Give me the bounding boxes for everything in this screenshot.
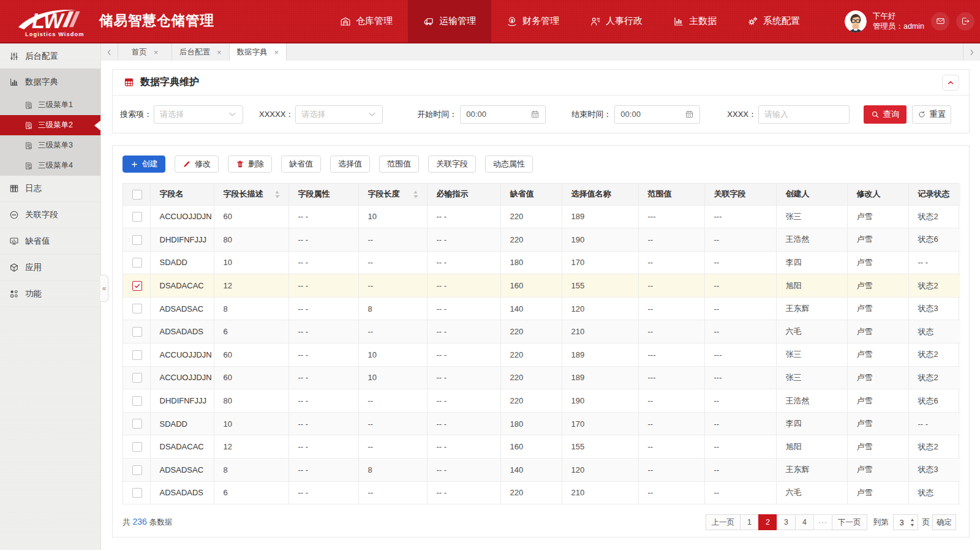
row-checkbox[interactable]	[132, 465, 142, 475]
goto-confirm-button[interactable]: 确定	[932, 514, 956, 530]
table-row[interactable]: DHDIFNFJJJ80-- ----- -220190----王浩然卢雪状态6	[123, 228, 960, 252]
table-row[interactable]: SDADD10-- ----- -180170----李四卢雪-- -	[123, 412, 960, 435]
end-time-input[interactable]: 00:00	[614, 105, 700, 124]
row-checkbox[interactable]	[132, 258, 142, 268]
sidebar-item-shuju-zidian[interactable]: 数据字典	[0, 69, 100, 95]
row-checkbox[interactable]	[132, 350, 142, 360]
sidebar-item-houtai-peizhi[interactable]: 后台配置	[0, 43, 100, 69]
cell-r7-c7: ---	[638, 366, 704, 389]
pager-prev-button[interactable]: 上一页	[706, 514, 741, 530]
panel-collapse-button[interactable]	[942, 75, 959, 91]
tab-2[interactable]: 数据字典 ×	[230, 43, 287, 61]
start-time-input[interactable]: 00:00	[460, 105, 546, 124]
sort-icon[interactable]	[274, 190, 280, 199]
th-col-1[interactable]: 字段长描述	[214, 184, 288, 205]
modify-button[interactable]: 修改	[175, 156, 219, 173]
th-col-9[interactable]: 创建人	[776, 184, 847, 205]
sidebar-subitem-sanji-caidan-2[interactable]: 三级菜单2	[0, 115, 100, 135]
sidebar-subitem-sanji-caidan-4[interactable]: 三级菜单4	[0, 156, 100, 176]
goto-page-input[interactable]: 3	[893, 514, 918, 530]
th-col-7[interactable]: 范围值	[638, 184, 704, 205]
keyword-input[interactable]: 请输入	[758, 105, 850, 124]
table-row[interactable]: ADSADADS6-- ----- -220210----六毛卢雪状态	[123, 320, 960, 343]
th-col-10[interactable]: 修改人	[847, 184, 908, 205]
sidebar-collapse-handle[interactable]: «	[100, 275, 108, 302]
mail-button[interactable]	[931, 12, 949, 31]
tab-1[interactable]: 后台配置 ×	[172, 43, 230, 61]
row-checkbox[interactable]	[132, 488, 142, 498]
calendar-icon	[685, 110, 694, 119]
dynamic-attr-button[interactable]: 动态属性	[485, 156, 533, 173]
sidebar-item-gongneng[interactable]: 功能	[0, 281, 100, 307]
table-row[interactable]: ACCUOJJDJN60-- -10-- -220189------张三卢雪状态…	[123, 205, 960, 228]
pager-next-button[interactable]: 下一页	[832, 514, 867, 530]
row-checkbox[interactable]	[132, 327, 142, 337]
sort-icon[interactable]	[413, 190, 418, 199]
cell-r9-c9: 李四	[776, 412, 847, 435]
select-value-button[interactable]: 选择值	[330, 156, 370, 173]
pager-page-2[interactable]: 2	[758, 514, 777, 530]
row-checkbox[interactable]	[132, 396, 142, 406]
sidebar-item-queshengzhi[interactable]: 缺省值	[0, 228, 100, 255]
table-row[interactable]: DSADACAC12-- ----- -160155----旭阳卢雪状态2	[123, 274, 960, 298]
row-checkbox[interactable]	[132, 419, 142, 429]
pager-page-3[interactable]: 3	[777, 514, 796, 530]
sidebar-subitem-sanji-caidan-1[interactable]: 三级菜单1	[0, 95, 100, 115]
nav-item-1[interactable]: 运输管理	[408, 0, 491, 42]
cell-r12-c9: 六毛	[776, 481, 847, 504]
reset-button[interactable]: 重置	[912, 105, 951, 124]
select-all-checkbox[interactable]	[132, 190, 142, 200]
row-checkbox[interactable]	[132, 442, 142, 452]
table-row[interactable]: ACCUOJJDJN60-- -10-- -220189------张三卢雪状态…	[123, 343, 960, 367]
table-row[interactable]: DSADACAC12-- ----- -160155----旭阳卢雪状态2	[123, 435, 960, 459]
table-row[interactable]: ADSADADS6-- ----- -220210----六毛卢雪状态	[123, 481, 960, 504]
pager-ellipsis[interactable]: ···	[813, 514, 832, 530]
table-row[interactable]: DHDIFNFJJJ80-- ----- -220190----王浩然卢雪状态6	[123, 389, 960, 413]
th-col-2[interactable]: 字段属性	[288, 184, 358, 205]
row-checkbox[interactable]	[132, 235, 142, 245]
tab-scroll-right-button[interactable]	[963, 43, 980, 61]
sidebar-item-yingyong[interactable]: 应用	[0, 255, 100, 281]
pager-page-4[interactable]: 4	[795, 514, 814, 530]
th-col-8[interactable]: 关联字段	[704, 184, 776, 205]
nav-item-5[interactable]: 系统配置	[732, 0, 815, 42]
spinner-arrows-icon[interactable]	[910, 517, 915, 528]
th-col-6[interactable]: 选择值名称	[562, 184, 638, 205]
search-field1-select[interactable]: 请选择	[154, 105, 243, 124]
tab-close-icon[interactable]: ×	[274, 48, 279, 56]
query-button[interactable]: 查询	[864, 105, 907, 124]
range-value-button[interactable]: 范围值	[379, 156, 419, 173]
table-row[interactable]: SDADD10-- ----- -180170----李四卢雪-- -	[123, 251, 960, 274]
tab-0[interactable]: 首页 ×	[118, 43, 172, 61]
sidebar-subitem-sanji-caidan-3[interactable]: 三级菜单3	[0, 135, 100, 156]
th-col-4[interactable]: 必输指示	[427, 184, 500, 205]
create-button[interactable]: 创建	[123, 156, 165, 173]
nav-item-2[interactable]: 财务管理	[491, 0, 575, 42]
table-row[interactable]: ACCUOJJDJN60-- -10-- -220189------张三卢雪状态…	[123, 366, 960, 389]
default-value-button[interactable]: 缺省值	[281, 156, 321, 173]
th-col-0[interactable]: 字段名	[150, 184, 214, 205]
tab-close-icon[interactable]: ×	[154, 48, 159, 56]
th-col-5[interactable]: 缺省值	[500, 184, 562, 205]
sidebar-item-guanlian-ziduan[interactable]: 关联字段	[0, 202, 100, 228]
logout-button[interactable]	[956, 12, 974, 31]
nav-item-3[interactable]: 人事行政	[575, 0, 658, 42]
related-field-button[interactable]: 关联字段	[428, 156, 476, 173]
th-col-3[interactable]: 字段长度	[358, 184, 427, 205]
table-row[interactable]: ADSADSAC8-- -8-- -140120----王东辉卢雪状态3	[123, 459, 960, 482]
sidebar-item-rizhi[interactable]: 日志	[0, 176, 100, 202]
nav-item-4[interactable]: 主数据	[658, 0, 732, 42]
cell-r0-c1: 60	[214, 205, 288, 228]
row-checkbox[interactable]	[132, 373, 142, 383]
th-col-11[interactable]: 记录状态	[908, 184, 960, 205]
search-field2-select[interactable]: 请选择	[295, 105, 383, 124]
row-checkbox[interactable]	[132, 281, 142, 291]
tab-close-icon[interactable]: ×	[217, 48, 222, 56]
pager-page-1[interactable]: 1	[740, 514, 759, 530]
nav-item-0[interactable]: 仓库管理	[325, 0, 408, 42]
delete-button[interactable]: 删除	[228, 156, 272, 173]
table-row[interactable]: ADSADSAC8-- -8-- -140120----王东辉卢雪状态3	[123, 297, 960, 320]
tab-scroll-left-button[interactable]	[101, 43, 118, 61]
row-checkbox[interactable]	[132, 212, 142, 222]
row-checkbox[interactable]	[132, 304, 142, 313]
